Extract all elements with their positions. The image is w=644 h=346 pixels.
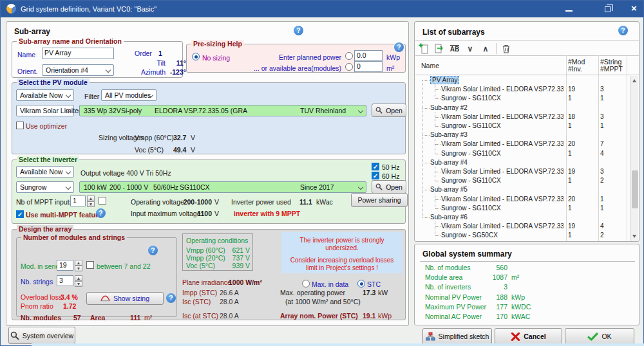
subarray-component-row[interactable]: Sungrow - SG110CX14 xyxy=(415,149,629,158)
spin-down-button[interactable] xyxy=(75,266,82,271)
planned-power-radio[interactable] xyxy=(345,52,353,60)
chevron-down-icon xyxy=(106,68,111,73)
maximize-button[interactable] xyxy=(605,6,611,12)
subarray-panel-title: Sub-array xyxy=(14,27,50,36)
duplicate-subarray-button[interactable] xyxy=(433,42,446,55)
help-icon[interactable]: ? xyxy=(148,246,158,255)
pnom-ratio-value: 1.72 xyxy=(63,302,76,310)
planned-power-input[interactable]: 0.0 xyxy=(354,50,383,61)
inverter-availability-select[interactable]: Available Now xyxy=(16,166,74,178)
row-count: 1 xyxy=(568,205,572,212)
delete-subarray-button[interactable] xyxy=(500,42,513,55)
subarray-group-row[interactable]: Sub-array #6 xyxy=(415,213,629,222)
help-icon[interactable]: ? xyxy=(166,293,176,303)
inverter-select[interactable]: 100 kW 200 - 1000 V 50/60Hz SG110CX Sinc… xyxy=(79,181,366,193)
list-scrollbar[interactable] xyxy=(630,76,638,241)
spin-down-button[interactable] xyxy=(75,281,82,287)
freq-50hz-checkbox[interactable] xyxy=(372,163,379,170)
ok-button[interactable]: OK xyxy=(565,328,634,345)
help-icon[interactable]: ? xyxy=(618,26,628,35)
subarray-component-row[interactable]: Vikram Solar Limited - ELDORA VSP.72.335… xyxy=(415,222,629,231)
use-multi-mppt-checkbox[interactable] xyxy=(16,210,24,218)
subarray-component-row[interactable]: Vikram Solar Limited - ELDORA VSP.72.335… xyxy=(415,167,629,176)
module-manufacturer-value: Vikram Solar Limited xyxy=(20,107,82,114)
available-area-input[interactable]: 0 xyxy=(354,61,383,72)
subarray-component-row[interactable]: Sungrow - SG110CX12 xyxy=(415,176,629,185)
scroll-up-arrow[interactable] xyxy=(632,79,636,82)
subarray-list-title: List of subarrays xyxy=(422,28,485,37)
summary-row: Nb. of inverters3 xyxy=(415,283,639,292)
module-open-button[interactable]: Open xyxy=(372,104,406,117)
subarray-group-row[interactable]: Sub-array #4 xyxy=(415,158,629,167)
subarray-component-row[interactable]: Vikram Solar Limited - ELDORA VSP.72.335… xyxy=(415,195,629,204)
subarray-group-row[interactable]: Sub-array #5 xyxy=(415,185,629,194)
subarray-component-row[interactable]: Sungrow - SG110CX11 xyxy=(415,204,629,213)
vmpp60-value: 621 V xyxy=(223,246,250,254)
tree-line xyxy=(422,108,430,109)
subarray-rows: PV ArrayVikram Solar Limited - ELDORA VS… xyxy=(415,76,629,241)
orientation-select[interactable]: Orientation #4 xyxy=(42,64,114,76)
inverter-open-button[interactable]: Open xyxy=(372,180,406,194)
system-overview-button[interactable]: System overview xyxy=(8,327,75,344)
subarray-group-row[interactable]: Sub-array #3 xyxy=(415,131,629,140)
available-area-radio[interactable] xyxy=(345,63,353,71)
nb-strings-input[interactable]: 3 xyxy=(57,275,73,286)
subarray-name-input[interactable]: PV Array xyxy=(42,48,114,59)
spin-up-button[interactable] xyxy=(87,196,95,201)
use-optimizer-checkbox[interactable] xyxy=(16,122,24,129)
subarray-group-row[interactable]: Sub-array #2 xyxy=(415,104,629,113)
max-in-data-radio[interactable] xyxy=(302,280,310,287)
isc-at-stc-value: 28.0 A xyxy=(220,312,239,320)
subarray-group-row[interactable]: PV Array xyxy=(415,76,629,85)
row-label: PV Array xyxy=(430,76,459,84)
inverter-manufacturer-select[interactable]: Sungrow xyxy=(16,181,74,193)
module-manufacturer-select[interactable]: Vikram Solar Limited xyxy=(16,105,74,116)
module-select[interactable]: 335 Wp 32V Si-poly ELDORA VSP.72.335.05 … xyxy=(79,105,366,116)
spin-up-button[interactable] xyxy=(75,260,82,266)
chevron-down-icon xyxy=(358,185,363,190)
show-sizing-button[interactable]: Show sizing xyxy=(86,292,164,305)
planned-power-label: Enter planned power xyxy=(213,53,341,61)
subarray-component-row[interactable]: Vikram Solar Limited - ELDORA VSP.72.335… xyxy=(415,85,629,94)
simplified-sketch-button[interactable]: Simplified sketch xyxy=(422,328,492,345)
help-icon[interactable]: ? xyxy=(394,42,404,52)
scrollbar-thumb[interactable] xyxy=(632,170,638,208)
chevron-down-icon: ∨ xyxy=(468,44,473,53)
spin-up-button[interactable] xyxy=(75,275,82,281)
mod-in-series-input[interactable]: 19 xyxy=(57,260,73,271)
help-icon[interactable]: ? xyxy=(96,208,106,218)
module-availability-select[interactable]: Available Now xyxy=(16,89,74,101)
mppt-inputs-input[interactable]: 1 xyxy=(70,196,86,206)
subarray-component-row[interactable]: Vikram Solar Limited - ELDORA VSP.72.335… xyxy=(415,113,629,122)
help-icon[interactable]: ? xyxy=(294,26,303,35)
rename-subarray-button[interactable]: AB xyxy=(448,42,461,55)
power-sharing-button[interactable]: Power sharing xyxy=(351,193,408,207)
row-count: 18 xyxy=(568,113,575,120)
subarray-component-row[interactable]: Sungrow - SG110CX11 xyxy=(415,94,629,103)
cancel-button[interactable]: Cancel xyxy=(495,328,562,345)
mppt-option-checkbox[interactable] xyxy=(99,197,106,205)
system-overview-label: System overview xyxy=(23,332,73,340)
move-down-button[interactable]: ∨ xyxy=(464,42,477,55)
pv-module-group: Select the PV module Available Now Filte… xyxy=(12,82,406,154)
row-count: 3 xyxy=(600,86,604,93)
add-subarray-button[interactable] xyxy=(417,42,430,55)
module-filter-select[interactable]: All PV modules xyxy=(101,89,156,101)
tree-line xyxy=(435,98,440,99)
move-up-button[interactable]: ∧ xyxy=(479,42,492,55)
group-legend: Design the array xyxy=(17,225,73,233)
freq-60hz-checkbox[interactable] xyxy=(372,172,379,179)
subarray-component-row[interactable]: Vikram Solar Limited - ELDORA VSP.72.335… xyxy=(415,140,629,149)
subarray-component-row[interactable]: Sungrow - SG110CX11 xyxy=(415,122,629,131)
close-button[interactable]: × xyxy=(631,3,637,14)
scroll-down-arrow[interactable] xyxy=(632,235,636,238)
row-label: Sub-array #5 xyxy=(430,186,468,193)
stc-radio[interactable] xyxy=(357,280,365,287)
subarray-component-row[interactable]: Sungrow - SG50CX12 xyxy=(415,231,629,240)
group-legend: Number of modules and strings xyxy=(21,233,127,242)
order-value: 1 xyxy=(158,50,162,57)
between-range-checkbox[interactable] xyxy=(86,261,94,269)
no-sizing-radio[interactable] xyxy=(192,53,200,60)
minimize-button[interactable] xyxy=(565,10,573,12)
spin-down-button[interactable] xyxy=(87,201,95,207)
